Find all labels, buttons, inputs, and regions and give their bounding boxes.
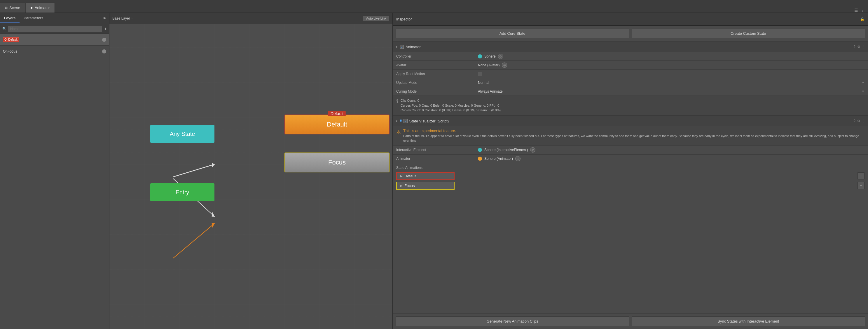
controller-prop-row: Controller Sphere ◎: [393, 52, 868, 61]
menu-icon[interactable]: ☰: [854, 8, 858, 12]
inspector-top-btns: Add Core State Create Custom State: [393, 26, 868, 42]
layer-item[interactable]: OnFocus: [0, 46, 109, 57]
arrows-svg: [110, 24, 393, 329]
search-icon: 🔍: [2, 27, 6, 31]
apply-root-motion-checkbox[interactable]: [478, 72, 482, 76]
svg-line-4: [173, 223, 214, 258]
tab-scene[interactable]: ⊞ Scene: [0, 3, 25, 12]
anim-row-focus: ▶ Focus −: [396, 182, 865, 190]
add-core-state-button[interactable]: Add Core State: [396, 29, 629, 38]
generate-animation-clips-button[interactable]: Generate New Animation Clips: [396, 317, 629, 326]
layer-circle: [102, 38, 106, 42]
layer-name: OnFocus: [3, 49, 102, 53]
anim-minus-default[interactable]: −: [858, 172, 865, 180]
state-default[interactable]: Default Default: [284, 114, 390, 134]
controller-label: Controller: [396, 54, 478, 58]
warning-icon: ⚠: [396, 129, 401, 136]
state-visualizer-title: State Visualizer (Script): [409, 119, 449, 123]
avatar-value: None (Avatar) ◎: [478, 62, 865, 68]
info-icon: ℹ: [396, 98, 398, 105]
animator-icon: ▶: [31, 6, 33, 10]
svg-line-2: [173, 164, 214, 177]
state-animations-section: State Animations ▶ Default − ▶ Focus −: [393, 163, 868, 194]
main-layout: Layers Parameters 👁 🔍 + OnDefault OnFocu…: [0, 13, 868, 329]
animator-dot: [478, 157, 482, 161]
state-vis-icons: ? ⚙ ⋮: [854, 119, 866, 123]
update-mode-label: Update Mode: [396, 81, 478, 85]
inspector-header: Inspector 🔒: [393, 13, 868, 26]
interactive-element-label: Interactive Element: [396, 148, 478, 152]
settings-icon-sv[interactable]: ⚙: [857, 119, 860, 123]
anim-row-default: ▶ Default −: [396, 172, 865, 180]
state-focus[interactable]: Focus: [284, 153, 390, 172]
add-layer-button[interactable]: +: [104, 26, 107, 32]
state-any-state[interactable]: Any State: [150, 125, 214, 143]
animator-value-sv: Sphere (Animator) ◎: [478, 156, 865, 161]
state-entry[interactable]: Entry: [150, 183, 214, 201]
tab-animator[interactable]: ▶ Animator: [26, 3, 55, 12]
animator-info-box: ℹ Clip Count: 0 Curves Pos: 0 Quat: 0 Eu…: [393, 96, 868, 115]
update-mode-value: Normal ▼: [478, 81, 865, 85]
grid-area[interactable]: Any State Entry Default Default Focus: [110, 24, 393, 329]
more-icon[interactable]: ⋮: [860, 8, 865, 12]
left-panel-tabs: Layers Parameters 👁: [0, 13, 109, 24]
controller-select-btn[interactable]: ◎: [498, 54, 503, 59]
controller-dot: [478, 54, 482, 58]
create-custom-state-button[interactable]: Create Custom State: [632, 29, 865, 38]
animator-canvas: Base Layer › Auto Live Link: [110, 13, 393, 329]
collapse-icon: ▼: [395, 45, 398, 49]
state-visualizer-enabled-checkbox[interactable]: [404, 119, 408, 123]
avatar-prop-row: Avatar None (Avatar) ◎: [393, 61, 868, 70]
tab-parameters[interactable]: Parameters: [20, 14, 47, 23]
warning-title: This is an experimental feature.: [403, 129, 865, 133]
anim-tag-focus[interactable]: ▶ Focus: [396, 182, 455, 190]
overflow-icon[interactable]: ⋮: [862, 45, 866, 49]
help-icon-sv[interactable]: ?: [854, 119, 856, 123]
anim-tag-default[interactable]: ▶ Default: [396, 172, 455, 180]
animator-toolbar: Base Layer › Auto Live Link: [110, 13, 393, 24]
avatar-select-btn[interactable]: ◎: [502, 62, 507, 68]
apply-root-motion-value: [478, 72, 865, 76]
controller-value: Sphere ◎: [478, 54, 865, 59]
culling-mode-row: Culling Mode Always Animate ▼: [393, 87, 868, 96]
animator-enabled-checkbox[interactable]: [400, 45, 404, 49]
eye-icon[interactable]: 👁: [103, 16, 106, 21]
top-tab-bar: ⊞ Scene ▶ Animator ☰ ⋮: [0, 0, 868, 13]
right-panel: Inspector 🔒 Add Core State Create Custom…: [393, 13, 868, 329]
layer-item[interactable]: OnDefault: [0, 34, 109, 46]
culling-mode-dropdown-arrow[interactable]: ▼: [862, 90, 865, 93]
sync-states-button[interactable]: Sync States with Interactive Element: [632, 317, 865, 326]
scene-icon: ⊞: [5, 6, 8, 10]
apply-root-motion-label: Apply Root Motion: [396, 72, 478, 76]
anim-minus-focus[interactable]: −: [858, 182, 865, 189]
update-mode-dropdown-arrow[interactable]: ▼: [862, 81, 865, 84]
interactive-element-select-btn[interactable]: ◎: [530, 147, 535, 153]
state-animations-title: State Animations: [396, 166, 865, 170]
state-vis-collapse-icon: ▼: [395, 119, 398, 123]
animator-label: Animator: [396, 157, 478, 161]
settings-icon[interactable]: ⚙: [857, 45, 860, 49]
lock-icon[interactable]: 🔒: [860, 17, 865, 21]
animator-component: ▼ Animator ? ⚙ ⋮ Controller Sphere ◎ Ava: [393, 42, 868, 116]
animator-component-header[interactable]: ▼ Animator ? ⚙ ⋮: [393, 42, 868, 52]
animator-row: Animator Sphere (Animator) ◎: [393, 155, 868, 163]
interactive-element-row: Interactive Element Sphere (InteractiveE…: [393, 146, 868, 155]
animator-select-btn[interactable]: ◎: [515, 156, 521, 161]
anim-default-label: Default: [404, 174, 416, 178]
anim-triangle-focus: ▶: [400, 184, 403, 187]
interactive-element-dot: [478, 148, 482, 152]
animator-component-title: Animator: [406, 45, 421, 49]
state-visualizer-header[interactable]: ▼ # State Visualizer (Script) ? ⚙ ⋮: [393, 116, 868, 126]
culling-mode-value: Always Animate ▼: [478, 89, 865, 93]
state-visualizer-component: ▼ # State Visualizer (Script) ? ⚙ ⋮ ⚠ Th…: [393, 116, 868, 194]
inspector-title: Inspector: [396, 17, 412, 21]
overflow-icon-sv[interactable]: ⋮: [862, 119, 866, 123]
left-panel: Layers Parameters 👁 🔍 + OnDefault OnFocu…: [0, 13, 110, 329]
inspector-bottom-btns: Generate New Animation Clips Sync States…: [393, 313, 868, 329]
chevron-icon: ›: [131, 16, 132, 21]
auto-live-link-button[interactable]: Auto Live Link: [363, 16, 390, 21]
tab-layers[interactable]: Layers: [0, 14, 20, 23]
help-icon[interactable]: ?: [854, 45, 856, 49]
warning-box: ⚠ This is an experimental feature. Parts…: [393, 126, 868, 146]
search-input[interactable]: [8, 26, 102, 32]
